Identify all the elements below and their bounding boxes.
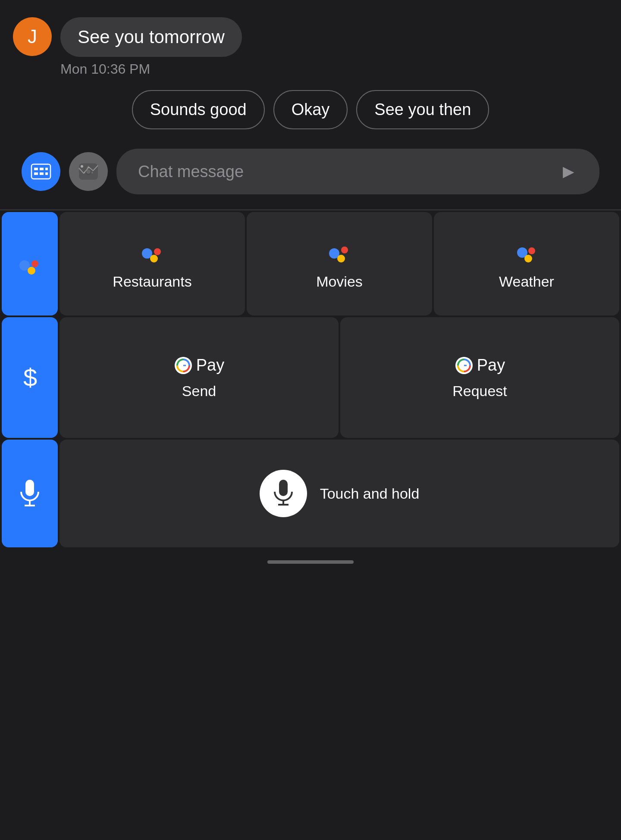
money-sidebar-cell[interactable]: $ — [2, 317, 58, 438]
svg-point-26 — [524, 255, 532, 262]
weather-label: Weather — [499, 273, 554, 290]
svg-rect-1 — [34, 168, 37, 170]
svg-rect-6 — [45, 172, 48, 175]
svg-rect-5 — [40, 172, 42, 175]
quick-replies: Sounds good Okay See you then — [22, 90, 599, 129]
svg-point-16 — [31, 260, 38, 267]
svg-point-14 — [81, 165, 83, 168]
svg-text:$: $ — [23, 363, 37, 391]
message-bubble: See you tomorrow — [60, 17, 242, 57]
chat-input-field[interactable]: Chat message ► — [116, 149, 599, 194]
grid-row-2: $ Pay Send — [0, 317, 621, 440]
movies-label: Movies — [316, 273, 363, 290]
grid-cell-weather[interactable]: Weather — [434, 212, 619, 315]
svg-point-17 — [28, 267, 35, 275]
quick-reply-okay[interactable]: Okay — [273, 90, 348, 129]
svg-rect-7 — [37, 168, 38, 170]
svg-rect-33 — [279, 480, 288, 496]
grid-cell-gpay-request[interactable]: Pay Request — [340, 317, 619, 438]
input-row: Chat message ► — [13, 142, 608, 201]
bottom-panel: Restaurants Movies Weather $ — [0, 210, 621, 549]
grid-cell-touch-hold[interactable]: Touch and hold — [60, 440, 619, 547]
grid-cell-movies[interactable]: Movies — [247, 212, 432, 315]
restaurants-label: Restaurants — [113, 273, 191, 290]
svg-rect-2 — [40, 168, 42, 170]
mic-sidebar-cell[interactable] — [2, 440, 58, 547]
svg-point-20 — [150, 255, 158, 262]
timestamp: Mon 10:36 PM — [60, 61, 608, 77]
svg-point-19 — [154, 248, 161, 255]
home-indicator — [0, 549, 621, 575]
gpay-request-action-label: Request — [452, 383, 507, 400]
mic-circle — [260, 470, 307, 517]
grid-row-1: Restaurants Movies Weather — [0, 210, 621, 317]
assistant-sidebar-cell-1[interactable] — [2, 212, 58, 315]
message-row: J See you tomorrow — [13, 17, 608, 57]
touch-hold-label: Touch and hold — [320, 485, 420, 502]
camera-button[interactable] — [69, 152, 108, 191]
grid-cell-restaurants[interactable]: Restaurants — [60, 212, 245, 315]
svg-rect-4 — [34, 172, 37, 175]
svg-point-23 — [337, 255, 345, 262]
keyboard-button[interactable] — [22, 152, 60, 191]
grid-row-3: Touch and hold — [0, 440, 621, 549]
gpay-send-action-label: Send — [182, 383, 216, 400]
svg-rect-9 — [37, 172, 38, 175]
avatar: J — [13, 17, 52, 56]
svg-rect-10 — [42, 172, 44, 175]
svg-rect-0 — [31, 164, 50, 179]
svg-rect-3 — [45, 168, 48, 170]
svg-rect-30 — [25, 480, 34, 496]
send-icon: ► — [559, 161, 578, 182]
svg-rect-8 — [42, 168, 44, 170]
svg-point-25 — [528, 247, 535, 254]
gpay-send-label: Pay — [174, 356, 224, 375]
svg-point-22 — [341, 247, 348, 253]
quick-reply-sounds-good[interactable]: Sounds good — [132, 90, 265, 129]
gpay-request-label: Pay — [455, 356, 505, 375]
chat-area: J See you tomorrow Mon 10:36 PM Sounds g… — [0, 0, 621, 209]
home-bar — [267, 560, 354, 564]
quick-reply-see-you-then[interactable]: See you then — [356, 90, 489, 129]
grid-cell-gpay-send[interactable]: Pay Send — [60, 317, 339, 438]
